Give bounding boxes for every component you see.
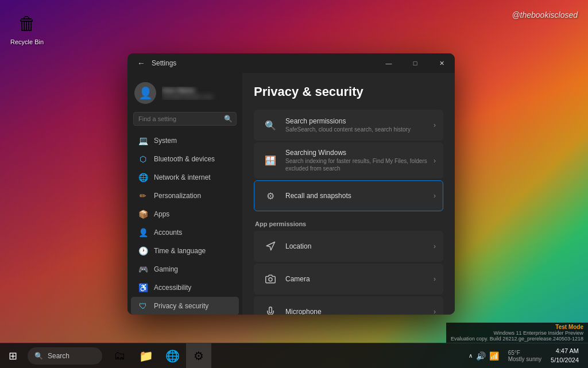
recall-snapshots-title: Recall and snapshots (285, 192, 434, 200)
search-permissions-item[interactable]: 🔍 Search permissions SafeSearch, cloud c… (254, 110, 443, 141)
gaming-icon: 🎮 (138, 264, 148, 274)
temperature: 65°F (508, 350, 541, 356)
sidebar-item-label: Privacy & security (154, 302, 208, 310)
sidebar-item-accounts[interactable]: 👤 Accounts (131, 223, 239, 242)
build-number: Evaluation copy. Build 26212.ge_prerelea… (451, 336, 583, 342)
title-bar: ← Settings — □ ✕ (127, 53, 455, 73)
camera-item[interactable]: Camera › (254, 264, 443, 295)
start-button[interactable]: ⊞ (0, 343, 25, 369)
location-item[interactable]: Location › (254, 231, 443, 262)
sidebar-item-label: Network & internet (154, 173, 211, 181)
taskbar-clock[interactable]: 4:47 AM 5/10/2024 (546, 347, 583, 365)
build-info: Windows 11 Enterprise Insider Preview (451, 330, 583, 336)
sidebar-item-label: Accounts (154, 228, 182, 237)
searching-windows-item[interactable]: 🪟 Searching Windows Search indexing for … (254, 142, 443, 179)
sidebar-item-label: Bluetooth & devices (154, 155, 215, 163)
taskbar-search[interactable]: 🔍 Search (28, 347, 102, 365)
maximize-button[interactable]: □ (402, 53, 428, 73)
network-icon: 🌐 (138, 172, 148, 183)
search-permissions-icon: 🔍 (261, 116, 280, 134)
chevron-up-icon: ∧ (469, 352, 473, 359)
taskbar-app-settings[interactable]: ⚙ (186, 343, 211, 369)
search-permissions-title: Search permissions (285, 117, 434, 125)
searching-windows-title: Searching Windows (285, 149, 434, 157)
user-name: User Name (162, 87, 235, 94)
microphone-icon (261, 303, 280, 315)
sidebar-item-privacy[interactable]: 🛡 Privacy & security (131, 297, 239, 315)
window-title: Settings (152, 59, 176, 67)
searching-windows-subtitle: Search indexing for faster results, Find… (285, 157, 434, 172)
search-box[interactable]: 🔍 (133, 112, 237, 126)
system-tray[interactable]: ∧ 🔊 📶 (464, 343, 504, 369)
taskbar-app-explorer[interactable]: 📁 (133, 343, 158, 369)
sidebar-item-gaming[interactable]: 🎮 Gaming (131, 260, 239, 278)
camera-title: Camera (285, 275, 434, 283)
taskbar-right: ∧ 🔊 📶 65°F Mostly sunny 4:47 AM 5/10/202… (459, 343, 588, 369)
search-input[interactable] (133, 112, 237, 126)
sidebar-item-time[interactable]: 🕐 Time & language (131, 242, 239, 260)
camera-text: Camera (285, 275, 434, 283)
sidebar-item-network[interactable]: 🌐 Network & internet (131, 168, 239, 187)
sidebar-item-accessibility[interactable]: ♿ Accessibility (131, 278, 239, 297)
recycle-bin[interactable]: 🗑 Recycle Bin (10, 10, 44, 45)
microphone-item[interactable]: Microphone › (254, 296, 443, 315)
current-date: 5/10/2024 (551, 356, 579, 365)
sidebar-item-system[interactable]: 💻 System (131, 131, 239, 150)
svg-point-1 (269, 278, 272, 281)
network-tray-icon: 📶 (489, 351, 499, 361)
status-bar: Test Mode Windows 11 Enterprise Insider … (446, 323, 588, 343)
search-section: 🔍 Search permissions SafeSearch, cloud c… (254, 110, 443, 211)
taskbar-search-text: Search (48, 352, 69, 360)
chevron-right-icon: › (434, 121, 436, 129)
taskbar-search-icon: 🔍 (34, 352, 43, 360)
recycle-bin-label: Recycle Bin (10, 38, 44, 45)
close-button[interactable]: ✕ (428, 53, 455, 73)
minimize-button[interactable]: — (376, 53, 402, 73)
accounts-icon: 👤 (138, 227, 148, 238)
sidebar-item-label: System (154, 137, 177, 145)
search-permissions-text: Search permissions SafeSearch, cloud con… (285, 117, 434, 133)
taskbar-app-files[interactable]: 🗂 (107, 343, 132, 369)
microphone-title: Microphone (285, 308, 434, 315)
system-icon: 💻 (138, 135, 148, 146)
sidebar-item-apps[interactable]: 📦 Apps (131, 205, 239, 223)
settings-window: ← Settings — □ ✕ 👤 User Name user@exampl… (127, 53, 455, 315)
test-mode-label: Test Mode (451, 324, 583, 330)
chevron-right-icon: › (434, 308, 436, 315)
sidebar-item-label: Personalization (154, 192, 201, 200)
bluetooth-icon: ⬡ (138, 154, 148, 164)
page-title: Privacy & security (254, 84, 443, 99)
weather-info: 65°F Mostly sunny (506, 350, 544, 362)
searching-windows-icon: 🪟 (261, 152, 280, 170)
watermark: @thebookisclosed (512, 10, 578, 20)
taskbar: ⊞ 🔍 Search 🗂 📁 🌐 ⚙ ∧ 🔊 📶 65°F Mostly sun… (0, 343, 588, 368)
location-title: Location (285, 242, 434, 250)
recall-snapshots-icon: ⚙ (261, 187, 280, 205)
taskbar-app-edge[interactable]: 🌐 (160, 343, 185, 369)
microphone-text: Microphone (285, 308, 434, 315)
current-time: 4:47 AM (556, 347, 579, 355)
chevron-right-icon: › (434, 192, 436, 200)
volume-icon: 🔊 (476, 351, 486, 361)
taskbar-apps: 🗂 📁 🌐 ⚙ (107, 343, 211, 369)
recall-snapshots-item[interactable]: ⚙ Recall and snapshots › (254, 180, 443, 211)
accessibility-icon: ♿ (138, 282, 148, 293)
sidebar-item-personalization[interactable]: ✏ Personalization (131, 187, 239, 205)
user-email: user@example.com (162, 94, 235, 100)
time-icon: 🕐 (138, 246, 148, 256)
apps-icon: 📦 (138, 209, 148, 219)
camera-icon (261, 270, 280, 288)
chevron-right-icon: › (434, 157, 436, 165)
app-permissions-section: App permissions Location › (254, 220, 443, 315)
weather-desc: Mostly sunny (508, 356, 541, 362)
sidebar-item-label: Gaming (154, 265, 178, 273)
user-info: User Name user@example.com (162, 87, 235, 100)
user-profile[interactable]: 👤 User Name user@example.com (127, 78, 242, 112)
window-controls: — □ ✕ (376, 53, 455, 73)
avatar: 👤 (134, 82, 156, 104)
sidebar-item-bluetooth[interactable]: ⬡ Bluetooth & devices (131, 150, 239, 168)
sidebar-item-label: Accessibility (154, 284, 191, 292)
chevron-right-icon: › (434, 275, 436, 283)
back-button[interactable]: ← (134, 56, 148, 70)
svg-marker-0 (266, 242, 274, 250)
